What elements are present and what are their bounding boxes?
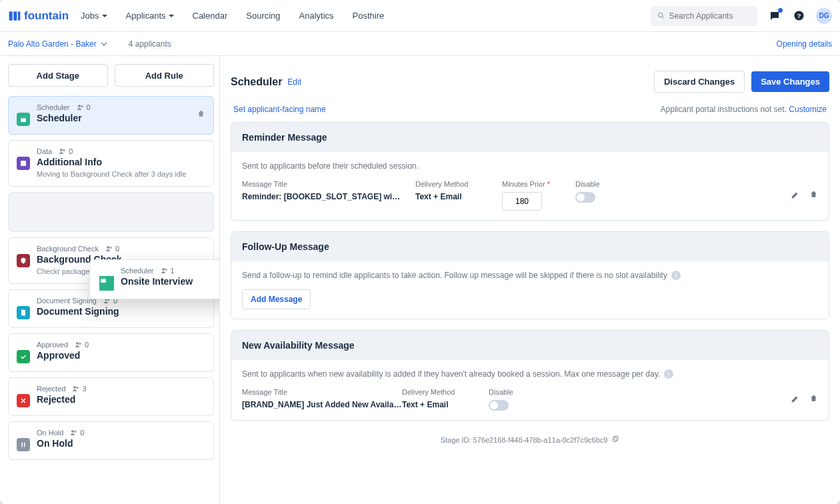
nav-applicants[interactable]: Applicants (126, 11, 174, 21)
chevron-down-icon (101, 41, 107, 47)
edit-icon[interactable] (791, 394, 800, 405)
stage-title: On Hold (37, 438, 205, 449)
svg-point-25 (75, 431, 77, 433)
help-icon[interactable]: ? (792, 9, 805, 23)
stages-sidebar: Add Stage Add Rule Scheduler 0 Scheduler (0, 56, 220, 504)
col-label: Minutes Prior * (502, 180, 562, 188)
stage-people: 0 (70, 429, 84, 437)
delete-stage-icon[interactable] (197, 109, 205, 120)
svg-rect-11 (21, 161, 26, 166)
svg-point-18 (76, 342, 79, 345)
people-icon (77, 103, 85, 111)
svg-line-4 (662, 17, 664, 19)
nav-posthire[interactable]: Posthire (353, 11, 385, 21)
availability-delivery: Text + Email (402, 400, 475, 409)
svg-rect-23 (24, 443, 25, 447)
stage-card-scheduler[interactable]: Scheduler 0 Scheduler (8, 96, 214, 135)
info-icon[interactable]: i (664, 369, 673, 379)
stage-title: Scheduler (37, 113, 190, 123)
reminder-delivery: Text + Email (415, 192, 489, 201)
reminder-panel: Reminder Message Sent to applicants befo… (231, 122, 829, 221)
stage-id: Stage ID: 576e2168-f448-478b-a11a-0c2f7c… (231, 431, 829, 445)
page-title: Scheduler (231, 76, 282, 88)
edit-icon[interactable] (791, 190, 800, 201)
edit-title-link[interactable]: Edit (287, 77, 301, 87)
svg-rect-22 (22, 443, 23, 447)
svg-point-10 (81, 105, 83, 107)
minutes-prior-input[interactable] (502, 192, 542, 211)
svg-rect-0 (9, 11, 13, 20)
people-icon (59, 147, 67, 155)
reminder-row: Message Title Reminder: [BOOKED_SLOT_STA… (242, 180, 818, 211)
nav-jobs[interactable]: Jobs (81, 11, 107, 21)
stage-card-additional-info[interactable]: Data 0 Additional Info Moving to Backgro… (8, 140, 214, 187)
col-label: Delivery Method (415, 180, 489, 188)
stage-title: Approved (37, 350, 205, 361)
reminder-desc: Sent to applicants before their schedule… (242, 161, 818, 171)
svg-rect-27 (101, 278, 106, 279)
stage-type: On Hold (37, 429, 63, 437)
nav-sourcing[interactable]: Sourcing (246, 11, 280, 21)
delete-icon[interactable] (809, 394, 818, 405)
copy-icon[interactable] (611, 435, 619, 445)
search-icon (657, 11, 665, 20)
svg-rect-1 (13, 11, 17, 20)
stage-title: Additional Info (37, 157, 205, 167)
availability-disable-toggle[interactable] (489, 400, 509, 411)
top-nav: fountain Jobs Applicants Calendar Sourci… (0, 0, 840, 32)
check-icon (17, 350, 30, 363)
sidebar-actions: Add Stage Add Rule (8, 64, 214, 87)
notifications-icon[interactable] (768, 9, 781, 23)
breadcrumb[interactable]: Palo Alto Garden - Baker (8, 39, 107, 49)
customize-link[interactable]: Customize (789, 105, 827, 114)
x-icon (17, 394, 30, 407)
stage-type: Document Signing (37, 297, 97, 305)
people-icon (70, 429, 78, 437)
search-input[interactable] (669, 11, 751, 21)
col-label: Disable (489, 388, 513, 396)
delete-icon[interactable] (809, 190, 818, 201)
info-icon[interactable]: i (671, 271, 681, 280)
user-avatar[interactable]: DG (816, 8, 832, 24)
app-shell: fountain Jobs Applicants Calendar Sourci… (0, 0, 840, 504)
workspace: Add Stage Add Rule Scheduler 0 Scheduler (0, 56, 840, 504)
svg-point-3 (658, 13, 663, 17)
set-applicant-name-link[interactable]: Set applicant-facing name (233, 105, 326, 114)
col-label: Delivery Method (402, 388, 475, 396)
brand-logo[interactable]: fountain (8, 9, 69, 23)
stage-card-onsite-interview-dragging[interactable]: Scheduler 1 Onsite Interview (89, 259, 220, 299)
add-message-button[interactable]: Add Message (242, 289, 311, 309)
svg-point-28 (162, 268, 165, 271)
availability-row: Message Title [BRAND_NAME] Just Added Ne… (242, 388, 818, 411)
search-box[interactable] (651, 6, 757, 26)
stage-card-approved[interactable]: Approved 0 Approved (8, 333, 214, 372)
add-stage-button[interactable]: Add Stage (8, 64, 108, 87)
followup-desc: Send a follow-up to remind idle applican… (242, 271, 818, 280)
stage-type: Scheduler (121, 267, 154, 275)
opening-details-link[interactable]: Opening details (777, 39, 832, 49)
document-icon (17, 306, 30, 319)
add-rule-button[interactable]: Add Rule (115, 64, 215, 87)
stage-card-on-hold[interactable]: On Hold 0 On Hold (8, 421, 214, 460)
nav-analytics[interactable]: Analytics (299, 11, 334, 21)
reminder-disable-toggle[interactable] (575, 192, 595, 203)
svg-point-12 (60, 149, 63, 151)
stage-people: 0 (59, 147, 73, 155)
pause-icon (17, 438, 30, 451)
breadcrumb-label: Palo Alto Garden - Baker (8, 39, 97, 49)
applicant-count: 4 applicants (129, 39, 171, 49)
svg-rect-8 (21, 117, 26, 119)
discard-button[interactable]: Discard Changes (654, 71, 745, 93)
reminder-head: Reminder Message (231, 123, 829, 152)
stage-type: Scheduler (37, 103, 70, 111)
followup-head: Follow-Up Message (231, 232, 829, 261)
save-button[interactable]: Save Changes (751, 71, 829, 92)
reminder-actions (791, 190, 818, 201)
nav-calendar[interactable]: Calendar (193, 11, 228, 21)
calendar-icon (17, 113, 30, 126)
svg-point-21 (77, 387, 79, 389)
availability-title: [BRAND_NAME] Just Added New Availability… (242, 400, 402, 409)
stage-card-rejected[interactable]: Rejected 3 Rejected (8, 377, 214, 416)
svg-point-14 (107, 246, 109, 249)
availability-panel: New Availability Message Sent to applica… (231, 330, 829, 421)
